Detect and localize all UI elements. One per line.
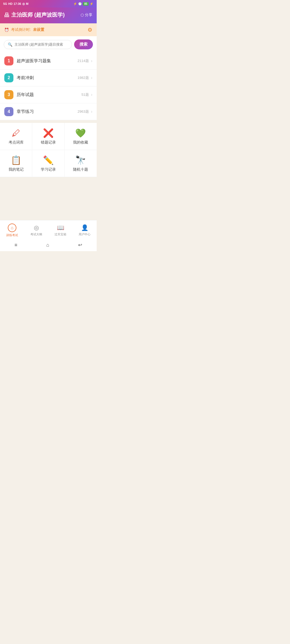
system-nav: ≡ ⌂ ↩: [0, 239, 97, 251]
grid-label-shoucang: 我的收藏: [73, 140, 88, 145]
time-display: 17:36: [14, 2, 21, 5]
search-input[interactable]: [15, 42, 68, 46]
nav-icon-outline: ◎: [34, 224, 39, 231]
status-bar: 5G HD 17:36 ◎ M ⚡ 🕐 85 ⚡: [0, 0, 97, 8]
nav-item-treasure[interactable]: 📖 过关宝箱: [48, 223, 73, 237]
list-arrow-4: ›: [91, 109, 92, 114]
list-item-2[interactable]: 2 考前冲刺 1982题 ›: [0, 69, 97, 86]
countdown-value: 未设置: [33, 27, 44, 32]
list-arrow-3: ›: [91, 92, 92, 97]
search-container: 🔍 搜索: [0, 36, 97, 53]
search-button[interactable]: 搜索: [74, 39, 93, 49]
list-item-3[interactable]: 3 历年试题 51题 ›: [0, 86, 97, 103]
list-num-1: 1: [4, 56, 13, 65]
share-button[interactable]: ⬡ 分享: [81, 13, 92, 17]
nav-icon-user: 👤: [81, 224, 88, 231]
menu-button[interactable]: ≡: [15, 242, 17, 248]
status-right: ⚡ 🕐 85 ⚡: [73, 2, 93, 6]
status-left: 5G HD 17:36 ◎ M: [3, 2, 28, 6]
grid-cell-biji[interactable]: 📋 我的笔记: [0, 150, 32, 177]
heart-icon: 💚: [75, 129, 86, 137]
grid-cell-kaodian[interactable]: 🖊 考点词库: [0, 123, 32, 150]
content-spacer: [0, 177, 97, 220]
list-arrow-1: ›: [91, 58, 92, 63]
clock-icon: 🕐: [78, 2, 82, 6]
list-num-2: 2: [4, 73, 13, 82]
edit-pen-icon: ✏️: [43, 156, 54, 164]
nav-label-outline: 考试大纲: [30, 232, 42, 236]
list-title-3: 历年试题: [17, 92, 81, 98]
countdown-text: ⏰ 考试倒计时: 未设置: [4, 27, 44, 32]
list-arrow-2: ›: [91, 75, 92, 80]
nav-label-train: 训练考试: [6, 233, 18, 237]
back-button[interactable]: ↩: [78, 242, 82, 248]
list-title-2: 考前冲刺: [17, 75, 78, 81]
nav-item-user[interactable]: 👤 用户中心: [73, 223, 97, 237]
search-box[interactable]: 🔍: [4, 40, 72, 49]
search-icon: 🔍: [8, 42, 12, 47]
grid-label-cuoti: 错题记录: [41, 140, 56, 145]
home-button[interactable]: ⌂: [46, 242, 49, 248]
grid-row-2: 📋 我的笔记 ✏️ 学习记录 🔭 随机十题: [0, 150, 97, 177]
nav-icon-treasure: 📖: [57, 224, 64, 231]
grid-label-biji: 我的笔记: [9, 167, 24, 172]
list-count-4: 2963题: [78, 109, 89, 114]
grid-cell-xuexi[interactable]: ✏️ 学习记录: [32, 150, 64, 177]
header-title-group: 品 主治医师 (超声波医学): [4, 11, 65, 19]
grid-label-suiji: 随机十题: [73, 167, 88, 172]
list-item-1[interactable]: 1 超声波医学习题集 2114题 ›: [0, 53, 97, 69]
nav-item-outline[interactable]: ◎ 考试大纲: [24, 223, 48, 237]
hd-icon: HD: [8, 2, 13, 5]
list-num-3: 3: [4, 90, 13, 99]
header: 品 主治医师 (超声波医学) ⬡ 分享: [0, 8, 97, 23]
settings-icon[interactable]: ⚙: [88, 27, 92, 33]
countdown-label: 考试倒计时:: [11, 27, 31, 32]
m-icon: M: [26, 2, 28, 5]
share-label: 分享: [85, 13, 92, 17]
grid-row-1: 🖊 考点词库 ❌ 错题记录 💚 我的收藏: [0, 123, 97, 150]
list-item-4[interactable]: 4 章节练习 2963题 ›: [0, 103, 97, 120]
nav-item-train[interactable]: ⌂ 训练考试: [0, 222, 24, 238]
pencil-icon: 🖊: [12, 129, 20, 137]
nav-label-user: 用户中心: [79, 232, 90, 236]
list-num-4: 4: [4, 107, 13, 116]
list-title-4: 章节练习: [17, 109, 78, 115]
category-list: 1 超声波医学习题集 2114题 › 2 考前冲刺 1982题 › 3 历年试题…: [0, 53, 97, 120]
countdown-bar: ⏰ 考试倒计时: 未设置 ⚙: [0, 23, 97, 36]
feature-grid: 🖊 考点词库 ❌ 错题记录 💚 我的收藏 📋 我的笔记 ✏️ 学习记录 🔭 随机…: [0, 123, 97, 177]
signal-icon: 5G: [3, 2, 7, 5]
grid-cell-shoucang[interactable]: 💚 我的收藏: [65, 123, 97, 150]
share-icon: ⬡: [81, 13, 84, 17]
clock-small-icon: ⏰: [4, 28, 9, 32]
grid-cell-cuoti[interactable]: ❌ 错题记录: [32, 123, 64, 150]
binoculars-icon: 🔭: [75, 156, 86, 164]
bottom-nav: ⌂ 训练考试 ◎ 考试大纲 📖 过关宝箱 👤 用户中心: [0, 220, 97, 239]
battery-indicator: 85: [83, 2, 89, 6]
grid-label-kaodian: 考点词库: [9, 140, 24, 145]
header-app-icon: 品: [4, 12, 9, 18]
list-count-2: 1982题: [78, 75, 89, 80]
notes-icon: 📋: [11, 156, 21, 164]
compass-icon: ◎: [22, 2, 25, 6]
header-title-text: 主治医师 (超声波医学): [11, 11, 65, 19]
list-title-1: 超声波医学习题集: [17, 58, 78, 64]
bluetooth-icon: ⚡: [73, 2, 77, 6]
list-count-1: 2114题: [78, 58, 89, 63]
nav-label-treasure: 过关宝箱: [55, 232, 66, 236]
grid-cell-suiji[interactable]: 🔭 随机十题: [65, 150, 97, 177]
grid-label-xuexi: 学习记录: [41, 167, 56, 172]
bolt-icon: ⚡: [90, 2, 93, 6]
list-count-3: 51题: [81, 92, 89, 97]
x-circle-icon: ❌: [43, 129, 54, 137]
nav-icon-train: ⌂: [8, 224, 16, 232]
